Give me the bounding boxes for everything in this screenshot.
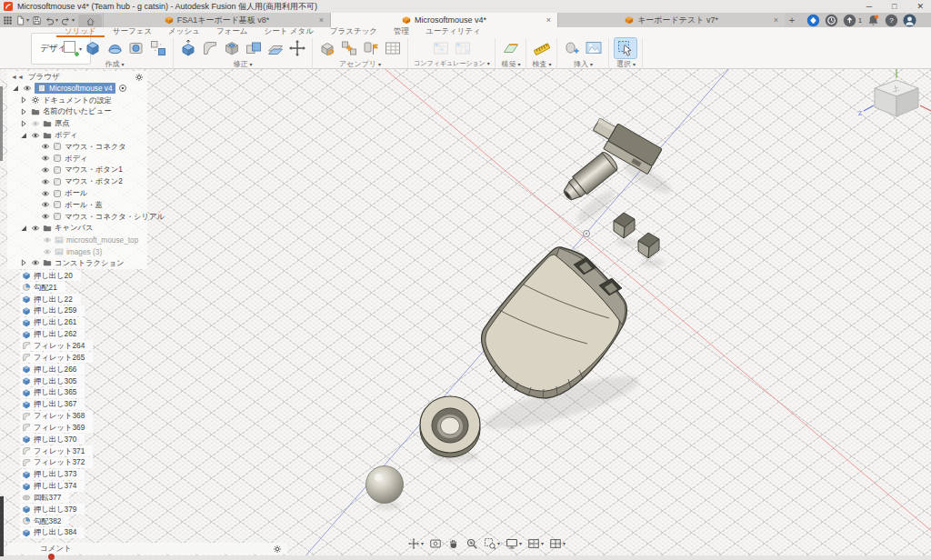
timeline-marker[interactable]	[48, 554, 55, 560]
feature-extrude[interactable]: 押し出し374	[20, 481, 85, 492]
help-icon[interactable]: ?	[885, 14, 898, 27]
tool-combine-button[interactable]	[245, 39, 263, 57]
eye-icon[interactable]	[31, 258, 40, 267]
tool-config-table-button[interactable]	[432, 39, 450, 57]
feature-fillet[interactable]: フィレット369	[20, 422, 93, 433]
eye-icon[interactable]	[41, 165, 50, 175]
eye-icon[interactable]	[41, 142, 50, 151]
tri-open-icon[interactable]	[19, 131, 28, 140]
browser-row-4[interactable]: 原点	[7, 117, 147, 129]
tool-fillet-button[interactable]	[201, 39, 219, 57]
feature-extrude[interactable]: 押し出し262	[20, 329, 85, 340]
dropdown-caret-icon[interactable]: ▾	[541, 541, 544, 546]
tool-canvas-button[interactable]	[585, 39, 603, 57]
ribbon-group-label[interactable]: 修正▾	[233, 59, 252, 69]
tab-close-icon[interactable]: ×	[774, 15, 778, 25]
comments-panel[interactable]: コメント	[7, 543, 287, 555]
feature-draft[interactable]: 勾配21	[20, 282, 65, 293]
eye-icon[interactable]	[31, 131, 40, 140]
eye-dim-icon[interactable]	[31, 119, 40, 128]
comments-settings-gear-icon[interactable]	[273, 545, 282, 554]
nav-zoom-button[interactable]	[466, 537, 478, 550]
view-cube[interactable]: Z 上	[858, 69, 931, 116]
eye-icon[interactable]	[31, 224, 40, 233]
tool-joint-table-button[interactable]	[384, 39, 402, 57]
tool-shell-button[interactable]	[223, 39, 241, 57]
timeline-strip[interactable]	[0, 555, 931, 560]
eye-dim-icon[interactable]	[43, 247, 52, 256]
tool-joint-button[interactable]	[340, 39, 358, 57]
eye-icon[interactable]	[41, 200, 50, 209]
eye-icon[interactable]	[41, 212, 50, 221]
browser-row-12[interactable]: マウス・コネクタ・シリアル	[7, 211, 147, 223]
browser-row-3[interactable]: 名前の付いたビュー	[7, 106, 147, 118]
tool-press-pull-button[interactable]	[179, 39, 197, 57]
tool-construct-plane-button[interactable]	[502, 39, 520, 57]
tool-create-sketch-button[interactable]	[62, 39, 80, 57]
collapse-panel-icon[interactable]: ◄◄	[11, 74, 24, 80]
browser-row-15[interactable]: images (3)	[7, 245, 147, 257]
maximize-button[interactable]: □	[892, 2, 896, 11]
feature-extrude[interactable]: 押し出し384	[20, 527, 85, 538]
browser-row-8[interactable]: マウス・ボタン1	[7, 165, 147, 176]
part-mouse-body[interactable]	[482, 247, 627, 398]
dropdown-caret-icon[interactable]: ▾	[563, 541, 566, 546]
viewport-canvas[interactable]: Z 上 ◄◄ ブラウザ Microsoftmouse v4ドキュメントの設定名前…	[0, 69, 931, 560]
eye-icon[interactable]	[41, 189, 50, 198]
feature-fillet[interactable]: フィレット372	[20, 457, 93, 468]
tab-close-icon[interactable]: ×	[319, 15, 324, 25]
tool-decal-button[interactable]	[563, 39, 581, 57]
feature-extrude[interactable]: 押し出し367	[20, 399, 85, 410]
close-button[interactable]: ✕	[916, 2, 924, 11]
browser-row-5[interactable]: ボディ	[7, 129, 147, 141]
nav-viewports-button[interactable]: ▾	[549, 537, 566, 550]
profile-avatar[interactable]	[903, 14, 916, 27]
nav-pan-button[interactable]	[447, 537, 460, 550]
feature-revolve[interactable]: 回転377	[20, 492, 69, 503]
redo-button[interactable]: ▾	[61, 15, 75, 25]
tool-config-insert-button[interactable]	[454, 39, 472, 57]
feature-extrude[interactable]: 押し出し305	[20, 375, 85, 386]
notifications-bell-icon[interactable]	[866, 14, 880, 27]
document-tab-3[interactable]: キーボードテスト v7*×	[557, 13, 785, 27]
browser-row-10[interactable]: ボール	[7, 187, 147, 199]
feature-extrude[interactable]: 押し出し373	[20, 469, 85, 480]
ribbon-tab-管理[interactable]: 管理	[385, 27, 417, 37]
tri-closed-icon[interactable]	[19, 107, 28, 116]
file-menu-button[interactable]: ▾	[15, 15, 29, 25]
dropdown-caret-icon[interactable]: ▾	[519, 541, 522, 546]
tri-closed-icon[interactable]	[19, 258, 28, 267]
feature-extrude[interactable]: 押し出し370	[20, 434, 85, 445]
browser-row-16[interactable]: コンストラクション	[7, 257, 147, 269]
ribbon-tab-プラスチック[interactable]: プラスチック	[322, 27, 385, 37]
ribbon-tab-ソリッド[interactable]: ソリッド	[56, 27, 105, 37]
feature-fillet[interactable]: フィレット368	[20, 411, 93, 422]
browser-row-13[interactable]: キャンバス	[7, 223, 147, 235]
browser-row-6[interactable]: マウス・コネクタ	[7, 141, 147, 153]
browser-row-14[interactable]: microsoft_mouse_top	[7, 234, 147, 245]
tool-new-component-button[interactable]	[318, 39, 336, 57]
eye-icon[interactable]	[41, 177, 50, 186]
feature-extrude[interactable]: 押し出し365	[20, 387, 85, 398]
feature-extrude[interactable]: 押し出し259	[20, 305, 85, 316]
ribbon-tab-メッシュ[interactable]: メッシュ	[160, 27, 208, 37]
tool-move-button[interactable]	[288, 39, 306, 57]
feature-fillet[interactable]: フィレット264	[20, 340, 93, 351]
tool-extrude-button[interactable]	[84, 39, 102, 57]
dropdown-caret-icon[interactable]: ▾	[497, 541, 500, 546]
ribbon-group-label[interactable]: 挿入▾	[574, 59, 593, 69]
nav-look-at-button[interactable]	[429, 537, 442, 550]
feature-fillet[interactable]: フィレット265	[20, 352, 93, 363]
ribbon-tab-シート メタル[interactable]: シート メタル	[256, 27, 322, 37]
extensions-icon[interactable]	[806, 14, 820, 27]
tri-closed-icon[interactable]	[19, 119, 28, 128]
ribbon-group-label[interactable]: 検査▾	[532, 59, 551, 69]
ribbon-tab-ユーティリティ[interactable]: ユーティリティ	[417, 27, 489, 37]
ribbon-group-label[interactable]: 選択▾	[616, 59, 636, 69]
tool-revolve-button[interactable]	[105, 39, 124, 57]
feature-list-scrollbar[interactable]	[0, 496, 4, 556]
nav-fit-button[interactable]: ▾	[484, 537, 500, 550]
tab-close-icon[interactable]: ×	[546, 15, 551, 25]
ribbon-group-label[interactable]: 作成▾	[105, 59, 124, 69]
part-ball[interactable]	[366, 466, 404, 504]
